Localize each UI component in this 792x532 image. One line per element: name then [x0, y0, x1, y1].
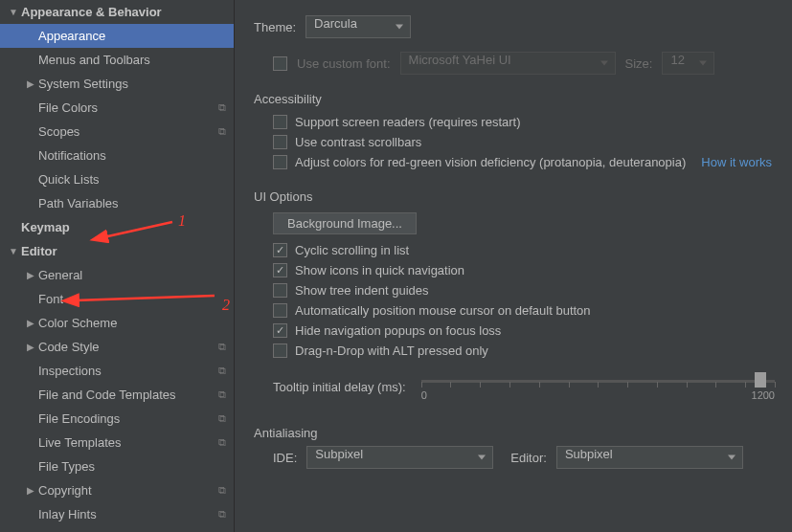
sidebar-item-label: Font: [38, 292, 226, 306]
sidebar-item-label: System Settings: [38, 77, 226, 91]
sidebar-item-code-style[interactable]: ▶Code Style⧉: [0, 335, 234, 359]
screen-readers-label: Support screen readers (requires restart…: [295, 115, 521, 129]
how-it-works-link[interactable]: How it works: [701, 155, 772, 169]
project-scope-icon: ⧉: [218, 341, 226, 353]
ui-options-section-title: UI Options: [254, 189, 775, 204]
sidebar-item-general[interactable]: ▶General: [0, 263, 234, 287]
chevron-right-icon[interactable]: ▶: [25, 342, 36, 352]
background-image-button[interactable]: Background Image...: [273, 212, 417, 234]
theme-label: Theme:: [254, 20, 296, 34]
sidebar-item-path-variables[interactable]: ▶Path Variables: [0, 191, 234, 215]
show-icons-label: Show icons in quick navigation: [295, 263, 464, 277]
sidebar-item-label: Appearance & Behavior: [21, 5, 226, 19]
sidebar-item-label: Path Variables: [38, 196, 226, 211]
sidebar-item-label: File Types: [38, 459, 226, 474]
project-scope-icon: ⧉: [218, 101, 226, 114]
sidebar-item-menus-and-toolbars[interactable]: ▶Menus and Toolbars: [0, 48, 234, 72]
sidebar-item-label: File Colors: [38, 100, 213, 115]
hide-popups-label: Hide navigation popups on focus loss: [295, 323, 501, 338]
sidebar-item-label: Scopes: [38, 124, 213, 139]
sidebar-item-label: Appearance: [38, 29, 226, 43]
sidebar-item-copyright[interactable]: ▶Copyright⧉: [0, 478, 234, 502]
font-select[interactable]: Microsoft YaHei UI: [400, 52, 616, 75]
sidebar-item-label: Live Templates: [38, 435, 213, 450]
editor-aa-label: Editor:: [510, 451, 547, 465]
chevron-down-icon[interactable]: ▼: [8, 246, 19, 256]
theme-select[interactable]: Darcula: [305, 15, 411, 38]
use-custom-font-label: Use custom font:: [297, 56, 391, 71]
sidebar-item-editor[interactable]: ▼Editor: [0, 239, 234, 263]
sidebar-item-label: Menus and Toolbars: [38, 53, 226, 67]
sidebar-item-file-types[interactable]: ▶File Types: [0, 454, 234, 478]
sidebar-item-file-encodings[interactable]: ▶File Encodings⧉: [0, 407, 234, 431]
tooltip-delay-slider[interactable]: 0 1200: [421, 372, 775, 401]
sidebar-item-notifications[interactable]: ▶Notifications: [0, 144, 234, 167]
sidebar-item-label: General: [38, 268, 226, 282]
font-size-label: Size:: [625, 56, 653, 71]
sidebar-item-label: Keymap: [21, 220, 226, 234]
sidebar-item-scopes[interactable]: ▶Scopes⧉: [0, 120, 234, 144]
cyclic-scrolling-checkbox[interactable]: [273, 243, 287, 257]
sidebar-item-appearance[interactable]: ▶Appearance: [0, 24, 234, 48]
settings-sidebar[interactable]: ▼Appearance & Behavior▶Appearance▶Menus …: [0, 0, 235, 532]
screen-readers-checkbox[interactable]: [273, 115, 287, 129]
contrast-scrollbars-checkbox[interactable]: [273, 135, 287, 149]
sidebar-item-label: Code Style: [38, 340, 213, 354]
sidebar-item-label: File Encodings: [38, 411, 213, 426]
chevron-right-icon[interactable]: ▶: [25, 78, 36, 89]
sidebar-item-inlay-hints[interactable]: ▶Inlay Hints⧉: [0, 502, 234, 526]
project-scope-icon: ⧉: [218, 125, 226, 138]
sidebar-item-file-and-code-templates[interactable]: ▶File and Code Templates⧉: [0, 383, 234, 407]
sidebar-item-appearance-behavior[interactable]: ▼Appearance & Behavior: [0, 0, 234, 24]
sidebar-item-file-colors[interactable]: ▶File Colors⧉: [0, 96, 234, 120]
sidebar-item-color-scheme[interactable]: ▶Color Scheme: [0, 311, 234, 335]
use-custom-font-checkbox[interactable]: [273, 56, 287, 71]
drag-drop-alt-checkbox[interactable]: [273, 344, 287, 358]
sidebar-item-font[interactable]: ▶Font: [0, 287, 234, 311]
tooltip-delay-label: Tooltip initial delay (ms):: [273, 380, 406, 394]
contrast-scrollbars-label: Use contrast scrollbars: [295, 135, 421, 149]
project-scope-icon: ⧉: [218, 508, 226, 521]
hide-popups-checkbox[interactable]: [273, 323, 287, 338]
sidebar-item-quick-lists[interactable]: ▶Quick Lists: [0, 167, 234, 191]
project-scope-icon: ⧉: [218, 436, 226, 449]
accessibility-section-title: Accessibility: [254, 92, 775, 106]
font-size-select[interactable]: 12: [662, 52, 714, 75]
chevron-right-icon[interactable]: ▶: [25, 485, 36, 496]
antialiasing-section-title: Antialiasing: [254, 426, 775, 440]
color-deficiency-label: Adjust colors for red-green vision defic…: [295, 155, 686, 169]
color-deficiency-checkbox[interactable]: [273, 155, 287, 169]
slider-min-label: 0: [421, 389, 427, 401]
project-scope-icon: ⧉: [218, 365, 226, 377]
sidebar-item-label: Notifications: [38, 148, 226, 163]
drag-drop-alt-label: Drag-n-Drop with ALT pressed only: [295, 344, 488, 358]
sidebar-item-system-settings[interactable]: ▶System Settings: [0, 72, 234, 96]
tree-indent-label: Show tree indent guides: [295, 283, 428, 298]
project-scope-icon: ⧉: [218, 412, 226, 425]
ide-aa-label: IDE:: [273, 451, 297, 465]
sidebar-item-label: Inspections: [38, 364, 213, 378]
chevron-right-icon[interactable]: ▶: [25, 270, 36, 280]
slider-max-label: 1200: [752, 389, 775, 401]
cyclic-scrolling-label: Cyclic scrolling in list: [295, 243, 409, 257]
auto-mouse-checkbox[interactable]: [273, 303, 287, 318]
chevron-down-icon[interactable]: ▼: [8, 7, 19, 17]
sidebar-item-label: Inlay Hints: [38, 507, 213, 521]
chevron-right-icon[interactable]: ▶: [25, 318, 36, 328]
sidebar-item-label: Copyright: [38, 483, 213, 498]
sidebar-item-label: Quick Lists: [38, 172, 226, 187]
sidebar-item-live-templates[interactable]: ▶Live Templates⧉: [0, 431, 234, 454]
sidebar-item-keymap[interactable]: ▶Keymap: [0, 215, 234, 239]
project-scope-icon: ⧉: [218, 484, 226, 497]
sidebar-item-label: Editor: [21, 244, 226, 258]
editor-aa-select[interactable]: Subpixel: [556, 446, 743, 469]
settings-panel: Theme: Darcula Use custom font: Microsof…: [235, 0, 792, 532]
sidebar-item-inspections[interactable]: ▶Inspections⧉: [0, 359, 234, 383]
project-scope-icon: ⧉: [218, 388, 226, 401]
ide-aa-select[interactable]: Subpixel: [306, 446, 493, 469]
sidebar-item-label: File and Code Templates: [38, 388, 213, 402]
show-icons-checkbox[interactable]: [273, 263, 287, 277]
auto-mouse-label: Automatically position mouse cursor on d…: [295, 303, 591, 318]
tree-indent-checkbox[interactable]: [273, 283, 287, 298]
sidebar-item-label: Color Scheme: [38, 316, 226, 330]
